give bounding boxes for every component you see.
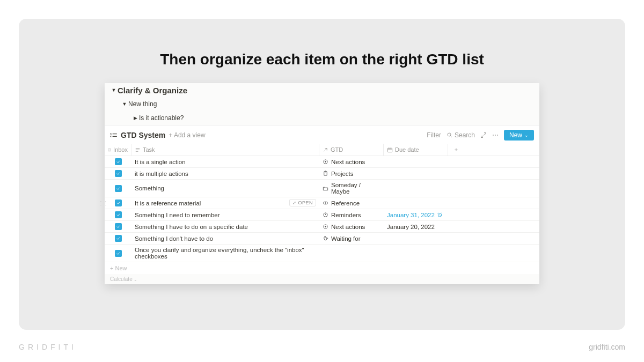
task-cell[interactable]: Something: [131, 180, 319, 197]
triangle-down-icon: ▼: [110, 87, 118, 93]
inbox-checkbox[interactable]: [115, 170, 122, 177]
task-cell[interactable]: Something I don't have to do: [131, 233, 319, 244]
empty-cell: [448, 180, 464, 197]
svg-line-4: [484, 133, 486, 135]
filter-button[interactable]: Filter: [427, 131, 441, 139]
new-row-button[interactable]: + New: [105, 262, 539, 274]
table-row[interactable]: Something I need to rememberRemindersJan…: [105, 209, 539, 221]
gtd-cell[interactable]: Projects: [319, 168, 384, 179]
inbox-checkbox[interactable]: [115, 200, 122, 206]
gtd-cell[interactable]: [319, 245, 384, 262]
inbox-checkbox[interactable]: [115, 250, 122, 257]
calculate-row[interactable]: Calculate ⌄: [105, 274, 539, 284]
table-row[interactable]: ⋮⋮It is a reference material⤢ OPENRefere…: [105, 197, 539, 209]
gtd-label: Next actions: [331, 159, 365, 165]
notion-window: ▼ Clarify & Organize ▼ New thing ▶ Is it…: [105, 83, 539, 284]
due-cell[interactable]: [384, 168, 448, 179]
gtd-cell[interactable]: Next actions: [319, 221, 384, 232]
col-add[interactable]: +: [448, 144, 464, 156]
table-row[interactable]: It is a single actionNext actions: [105, 156, 539, 168]
inbox-cell[interactable]: [105, 245, 131, 262]
inbox-cell[interactable]: [105, 180, 131, 197]
empty-cell: [448, 197, 464, 209]
new-button[interactable]: New ⌄: [504, 130, 534, 141]
search-button[interactable]: Search: [447, 131, 475, 139]
table-row[interactable]: Something I have to do on a specific dat…: [105, 221, 539, 233]
inbox-cell[interactable]: ⋮⋮: [105, 197, 131, 209]
add-view-button[interactable]: + Add a view: [169, 131, 205, 139]
table-row[interactable]: it is multiple actionsProjects: [105, 168, 539, 180]
gtd-system-icon: [110, 131, 118, 139]
inbox-cell[interactable]: [105, 156, 131, 167]
gtd-cell[interactable]: Reminders: [319, 209, 384, 220]
folder-icon: [323, 186, 328, 191]
toggle-actionable[interactable]: ▶ Is it actionable?: [105, 111, 539, 125]
svg-rect-6: [108, 149, 111, 151]
empty-cell: [448, 233, 464, 244]
gtd-cell[interactable]: Someday / Maybe: [319, 180, 384, 197]
empty-cell: [448, 156, 464, 167]
svg-line-5: [481, 136, 483, 138]
inbox-cell[interactable]: [105, 168, 131, 179]
col-inbox-label: Inbox: [113, 146, 128, 153]
gtd-cell[interactable]: Reference: [319, 197, 384, 209]
open-button[interactable]: ⤢ OPEN: [289, 199, 316, 206]
eye-icon: [323, 200, 328, 206]
gtd-cell[interactable]: Waiting for: [319, 233, 384, 244]
task-cell[interactable]: Something I have to do on a specific dat…: [131, 221, 319, 232]
col-task-label: Task: [143, 146, 155, 153]
inbox-checkbox[interactable]: [115, 158, 122, 165]
gtd-cell[interactable]: Next actions: [319, 156, 384, 167]
due-cell[interactable]: [384, 180, 448, 197]
inbox-cell[interactable]: [105, 209, 131, 220]
task-cell[interactable]: it is multiple actions: [131, 168, 319, 179]
empty-cell: [448, 168, 464, 179]
table-row[interactable]: Once you clarify and organize everything…: [105, 245, 539, 262]
text-icon: [135, 147, 141, 153]
gtd-label: Reference: [331, 200, 360, 206]
col-inbox[interactable]: Inbox: [105, 144, 131, 156]
empty-cell: [448, 221, 464, 232]
due-cell[interactable]: [384, 197, 448, 209]
inbox-checkbox[interactable]: [115, 235, 122, 242]
svg-point-19: [323, 202, 327, 204]
headline: Then organize each item on the right GTD…: [19, 51, 625, 68]
due-cell[interactable]: January 31, 2022: [384, 209, 448, 220]
table-row[interactable]: Something I don't have to doWaiting for: [105, 233, 539, 245]
due-cell[interactable]: [384, 233, 448, 244]
col-task[interactable]: Task: [131, 144, 319, 156]
more-button[interactable]: ⋯: [492, 131, 499, 139]
table-row[interactable]: SomethingSomeday / Maybe: [105, 180, 539, 197]
due-cell[interactable]: January 20, 2022: [384, 221, 448, 232]
task-cell[interactable]: It is a single action: [131, 156, 319, 167]
task-cell[interactable]: Once you clarify and organize everything…: [131, 245, 319, 262]
clipboard-icon: [323, 171, 328, 176]
gtd-label: Next actions: [331, 224, 365, 230]
expand-icon[interactable]: [480, 132, 487, 138]
col-due[interactable]: Due date: [384, 144, 448, 156]
inbox-checkbox[interactable]: [115, 185, 122, 192]
svg-point-20: [325, 203, 326, 204]
task-cell[interactable]: It is a reference material⤢ OPEN: [131, 197, 319, 209]
toggle-clarify-organize[interactable]: ▼ Clarify & Organize: [105, 83, 539, 97]
due-cell[interactable]: [384, 245, 448, 262]
svg-line-3: [450, 136, 452, 137]
inbox-checkbox[interactable]: [115, 211, 122, 218]
inbox-cell[interactable]: [105, 221, 131, 232]
checkbox-icon: [108, 147, 111, 153]
inbox-checkbox[interactable]: [115, 223, 122, 230]
svg-line-24: [442, 213, 442, 213]
drag-handle-icon[interactable]: ⋮⋮: [98, 200, 108, 206]
due-cell[interactable]: [384, 156, 448, 167]
chevron-down-icon: ⌄: [524, 132, 529, 138]
database-title[interactable]: GTD System: [121, 131, 165, 139]
toggle-h2-label: New thing: [128, 100, 157, 108]
inbox-cell[interactable]: [105, 233, 131, 244]
brand-wordmark: GRIDFITI: [19, 343, 77, 351]
search-label: Search: [455, 131, 475, 139]
col-gtd[interactable]: GTD: [319, 144, 384, 156]
calculate-label: Calculate: [110, 276, 133, 282]
toggle-new-thing[interactable]: ▼ New thing: [105, 97, 539, 111]
task-cell[interactable]: Something I need to remember: [131, 209, 319, 220]
clock-icon: [323, 212, 328, 218]
